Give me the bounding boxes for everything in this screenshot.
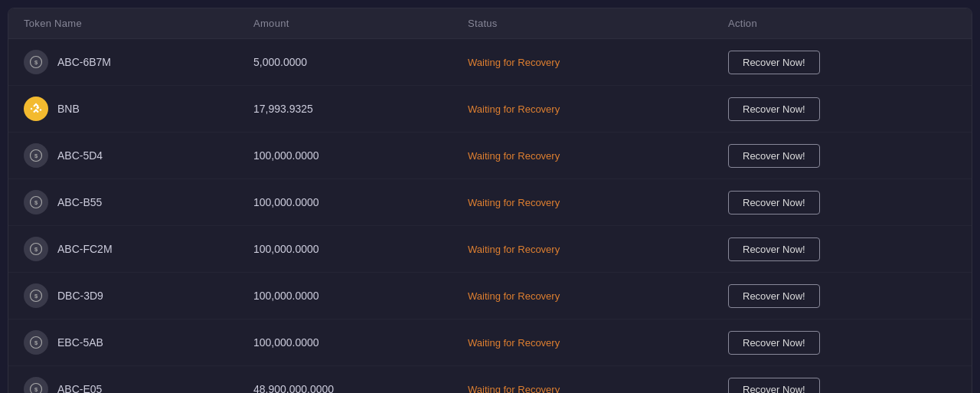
recover-now-button[interactable]: Recover Now! [728, 51, 820, 74]
column-header-status: Status [468, 18, 728, 29]
svg-text:$: $ [34, 386, 38, 393]
recover-now-button[interactable]: Recover Now! [728, 284, 820, 308]
status-waiting: Waiting for Recovery [468, 150, 728, 162]
token-icon: $ [24, 237, 48, 261]
table-row: BNB 17,993.9325 Waiting for Recovery Rec… [8, 86, 972, 133]
table-row: $ DBC-3D9 100,000.0000 Waiting for Recov… [8, 273, 972, 319]
token-icon: $ [24, 50, 48, 74]
recover-now-button[interactable]: Recover Now! [728, 331, 820, 355]
token-icon: $ [24, 143, 48, 168]
recover-now-button[interactable]: Recover Now! [728, 144, 820, 168]
token-cell: $ ABC-5D4 [24, 143, 253, 168]
column-header-amount: Amount [253, 18, 468, 29]
token-cell: $ ABC-6B7M [24, 50, 253, 74]
token-cell: $ DBC-3D9 [24, 283, 253, 308]
svg-text:$: $ [34, 199, 38, 206]
recover-now-button[interactable]: Recover Now! [728, 378, 820, 394]
token-name: ABC-5D4 [57, 149, 103, 162]
token-icon: $ [24, 283, 48, 308]
action-cell: Recover Now! [728, 51, 927, 74]
status-waiting: Waiting for Recovery [468, 57, 728, 68]
token-cell: $ ABC-E05 [24, 377, 253, 393]
status-waiting: Waiting for Recovery [468, 103, 728, 115]
amount-cell: 100,000.0000 [253, 149, 468, 162]
amount-cell: 17,993.9325 [253, 103, 468, 115]
token-icon: $ [24, 377, 48, 393]
table-body: $ ABC-6B7M 5,000.0000 Waiting for Recove… [8, 39, 972, 393]
svg-text:$: $ [34, 59, 38, 66]
token-name: DBC-3D9 [57, 290, 103, 302]
action-cell: Recover Now! [728, 237, 927, 261]
svg-text:$: $ [34, 152, 38, 159]
token-recovery-table: Token Name Amount Status Action $ ABC-6B… [8, 8, 972, 393]
table-row: $ ABC-6B7M 5,000.0000 Waiting for Recove… [8, 39, 972, 86]
token-name: BNB [57, 103, 80, 115]
token-cell: BNB [24, 97, 253, 121]
action-cell: Recover Now! [728, 191, 927, 215]
action-cell: Recover Now! [728, 284, 927, 308]
amount-cell: 48,900,000.0000 [253, 383, 468, 393]
table-row: $ ABC-E05 48,900,000.0000 Waiting for Re… [8, 366, 972, 393]
action-cell: Recover Now! [728, 331, 927, 355]
svg-text:$: $ [34, 293, 38, 300]
action-cell: Recover Now! [728, 144, 927, 168]
token-cell: $ ABC-FC2M [24, 237, 253, 261]
status-waiting: Waiting for Recovery [468, 384, 728, 394]
recover-now-button[interactable]: Recover Now! [728, 191, 820, 215]
token-name: ABC-6B7M [57, 56, 111, 68]
token-name: ABC-E05 [57, 383, 102, 393]
column-header-action: Action [728, 18, 927, 29]
table-row: $ ABC-FC2M 100,000.0000 Waiting for Reco… [8, 226, 972, 273]
svg-text:$: $ [34, 246, 38, 253]
amount-cell: 5,000.0000 [253, 56, 468, 68]
recover-now-button[interactable]: Recover Now! [728, 237, 820, 261]
status-waiting: Waiting for Recovery [468, 337, 728, 349]
recover-now-button[interactable]: Recover Now! [728, 97, 820, 121]
amount-cell: 100,000.0000 [253, 243, 468, 255]
token-cell: $ EBC-5AB [24, 330, 253, 355]
amount-cell: 100,000.0000 [253, 336, 468, 349]
table-row: $ EBC-5AB 100,000.0000 Waiting for Recov… [8, 319, 972, 366]
table-row: $ ABC-B55 100,000.0000 Waiting for Recov… [8, 179, 972, 226]
amount-cell: 100,000.0000 [253, 196, 468, 208]
token-name: ABC-B55 [57, 196, 102, 208]
token-name: ABC-FC2M [57, 243, 113, 255]
status-waiting: Waiting for Recovery [468, 244, 728, 255]
action-cell: Recover Now! [728, 378, 927, 394]
svg-text:$: $ [34, 339, 38, 346]
token-icon: $ [24, 330, 48, 355]
token-name: EBC-5AB [57, 336, 103, 349]
token-icon: $ [24, 190, 48, 215]
column-header-token: Token Name [24, 18, 253, 29]
bnb-icon [24, 97, 48, 121]
action-cell: Recover Now! [728, 97, 927, 121]
status-waiting: Waiting for Recovery [468, 290, 728, 302]
status-waiting: Waiting for Recovery [468, 197, 728, 208]
table-row: $ ABC-5D4 100,000.0000 Waiting for Recov… [8, 133, 972, 179]
amount-cell: 100,000.0000 [253, 290, 468, 302]
table-header: Token Name Amount Status Action [8, 8, 972, 39]
token-cell: $ ABC-B55 [24, 190, 253, 215]
